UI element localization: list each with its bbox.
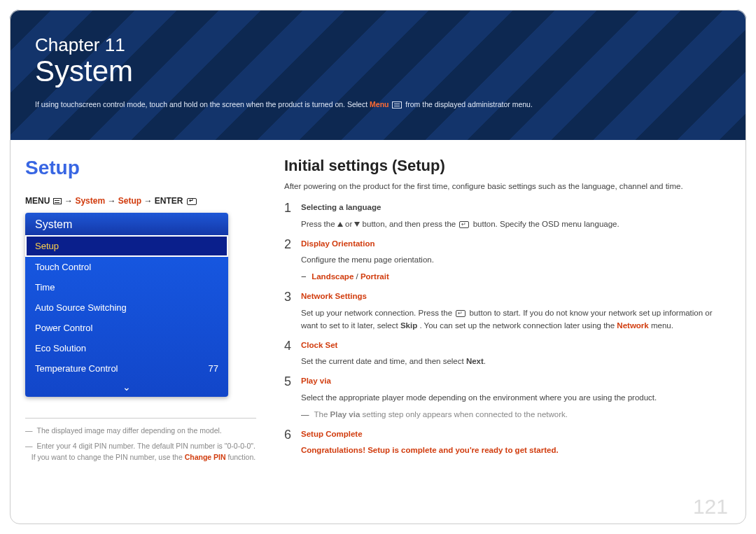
step-num: 4 — [284, 339, 301, 369]
intro-pre: If using touchscreen control mode, touch… — [35, 100, 370, 108]
footnote-1-text: The displayed image may differ depending… — [37, 426, 222, 435]
triangle-down-icon — [354, 222, 360, 227]
t: Press the — [301, 220, 337, 228]
osd-body: Setup Touch Control Time Auto Source Swi… — [25, 235, 228, 397]
t: . You can set up the network connection … — [419, 321, 617, 330]
osd-menu: System Setup Touch Control Time Auto Sou… — [25, 213, 228, 397]
banner-intro: If using touchscreen control mode, touch… — [35, 100, 721, 108]
setup-heading: Setup — [25, 157, 256, 179]
step-3: 3 Network Settings Set up your network c… — [284, 290, 731, 332]
osd-item-label: Setup — [35, 241, 59, 251]
chevron-down-icon[interactable]: ⌄ — [25, 379, 228, 397]
osd-item-setup[interactable]: Setup — [25, 235, 228, 257]
t: Play via — [330, 410, 360, 419]
osd-item-label: Touch Control — [35, 262, 91, 272]
osd-item-label: Power Control — [35, 323, 92, 333]
initial-settings-intro: After powering on the product for the fi… — [284, 182, 731, 190]
bc-arrow: → — [144, 196, 152, 206]
menu-icon — [53, 198, 62, 204]
step-num: 6 — [284, 428, 301, 458]
step-2: 2 Display Orientation Configure the menu… — [284, 238, 731, 283]
t: Skip — [400, 321, 417, 330]
step-4-title: Clock Set — [301, 339, 731, 352]
enter-icon — [459, 221, 469, 228]
t: The — [314, 410, 330, 419]
step-6-body: Congratulations! Setup is complete and y… — [301, 444, 731, 457]
chapter-banner: Chapter 11 System If using touchscreen c… — [10, 10, 746, 140]
triangle-up-icon — [337, 222, 343, 227]
enter-icon — [456, 310, 465, 317]
footnote-2b-pre: If you want to change the PIN number, us… — [31, 453, 185, 461]
step-num: 5 — [284, 375, 301, 421]
bc-arrow: → — [64, 196, 73, 206]
step-6: 6 Setup Complete Congratulations! Setup … — [284, 428, 731, 458]
footnote-1: ―The displayed image may differ dependin… — [25, 426, 256, 437]
step-3-title: Network Settings — [301, 290, 731, 303]
osd-item-time[interactable]: Time — [25, 277, 228, 297]
divider — [25, 418, 256, 419]
t: button. Specify the OSD menu language. — [473, 220, 620, 228]
initial-settings-heading: Initial settings (Setup) — [284, 157, 731, 175]
osd-item-label: Auto Source Switching — [35, 302, 127, 313]
osd-item-power-control[interactable]: Power Control — [25, 318, 228, 338]
chapter-title: System — [35, 57, 721, 86]
step-4-body: Set the current date and time, and then … — [301, 356, 731, 368]
footnote-2b-post: function. — [226, 453, 256, 461]
step-num: 1 — [284, 202, 301, 231]
step-1-body: Press the or button, and then press the … — [301, 218, 731, 231]
step-5-sub: ― The Play via setting step only appears… — [301, 409, 731, 421]
osd-item-label: Temperature Control — [35, 363, 118, 374]
intro-menu-word: Menu — [370, 100, 388, 108]
bc-enter: ENTER — [155, 196, 183, 206]
bc-setup: Setup — [118, 196, 141, 206]
t: Set up your network connection. Press th… — [301, 309, 454, 317]
osd-item-label: Eco Solution — [35, 343, 86, 353]
opt-portrait: Portrait — [360, 272, 389, 281]
bc-menu: MENU — [25, 196, 50, 206]
footnote-2a-text: Enter your 4 digit PIN number. The defau… — [37, 442, 256, 450]
breadcrumb: MENU → System → Setup → ENTER — [25, 196, 256, 206]
footnote-2: ―Enter your 4 digit PIN number. The defa… — [25, 441, 256, 463]
step-1-title: Selecting a language — [301, 202, 731, 214]
osd-item-eco-solution[interactable]: Eco Solution — [25, 338, 228, 358]
step-2-title: Display Orientation — [301, 238, 731, 251]
osd-item-value: 77 — [209, 363, 218, 374]
t: or — [345, 220, 354, 228]
opt-landscape: Landscape — [312, 272, 354, 281]
step-num: 3 — [284, 290, 301, 332]
enter-icon — [187, 198, 197, 205]
step-5-title: Play via — [301, 375, 731, 388]
bc-arrow: → — [107, 196, 115, 206]
osd-item-temperature-control[interactable]: Temperature Control 77 — [25, 358, 228, 379]
step-5-body: Select the appropriate player mode depen… — [301, 392, 731, 405]
osd-title: System — [25, 213, 228, 235]
step-5: 5 Play via Select the appropriate player… — [284, 375, 731, 421]
t: Set the current date and time, and then … — [301, 357, 466, 365]
bc-system: System — [75, 196, 105, 206]
step-num: 2 — [284, 238, 301, 283]
page-number: 121 — [693, 495, 728, 519]
t: setting step only appears when connected… — [360, 410, 568, 419]
chapter-label: Chapter 11 — [35, 35, 721, 55]
step-2-body: Configure the menu page orientation. — [301, 254, 731, 267]
osd-item-label: Time — [35, 282, 55, 293]
t: Next — [466, 357, 484, 365]
step-4: 4 Clock Set Set the current date and tim… — [284, 339, 731, 369]
step-6-title: Setup Complete — [301, 428, 731, 441]
t: Network — [617, 321, 648, 330]
t: . — [484, 357, 486, 365]
intro-post: from the displayed administrator menu. — [405, 100, 533, 108]
t: button, and then press the — [363, 220, 458, 228]
osd-item-touch-control[interactable]: Touch Control — [25, 257, 228, 277]
menu-icon — [392, 101, 402, 108]
osd-item-auto-source-switching[interactable]: Auto Source Switching — [25, 297, 228, 318]
step-1: 1 Selecting a language Press the or butt… — [284, 202, 731, 231]
steps-list: 1 Selecting a language Press the or butt… — [284, 202, 731, 457]
step-3-body: Set up your network connection. Press th… — [301, 307, 731, 332]
t: menu. — [651, 321, 673, 330]
t: / — [354, 272, 360, 281]
step-2-sub: ‒ Landscape / Portrait — [301, 271, 731, 283]
footnote-2b-hl: Change PIN — [185, 453, 226, 461]
